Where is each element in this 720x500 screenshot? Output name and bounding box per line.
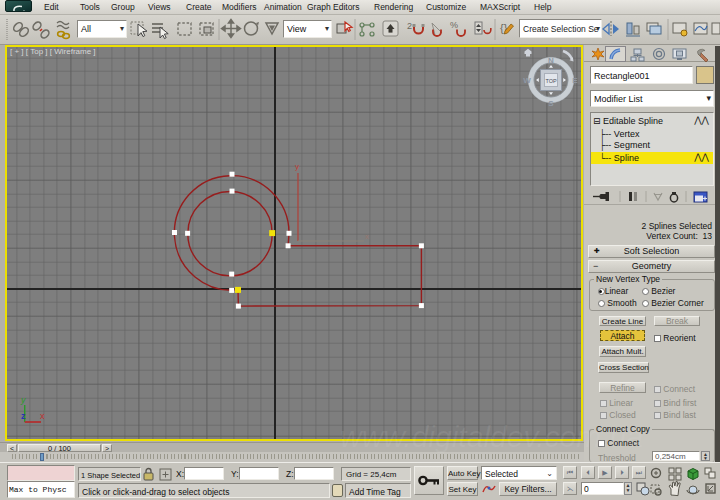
svg-text:S: S (548, 99, 554, 108)
svg-text:z: z (21, 411, 26, 421)
svg-text:N: N (548, 56, 554, 65)
svg-text:%: % (450, 20, 458, 30)
svg-text:x: x (365, 232, 369, 241)
svg-text:2: 2 (407, 21, 412, 31)
svg-text:x: x (40, 411, 45, 421)
svg-text:y: y (295, 162, 299, 171)
svg-text:W: W (523, 76, 531, 85)
svg-text:TOP: TOP (545, 78, 557, 84)
svg-text:y: y (20, 395, 26, 405)
svg-text:E: E (572, 76, 578, 85)
